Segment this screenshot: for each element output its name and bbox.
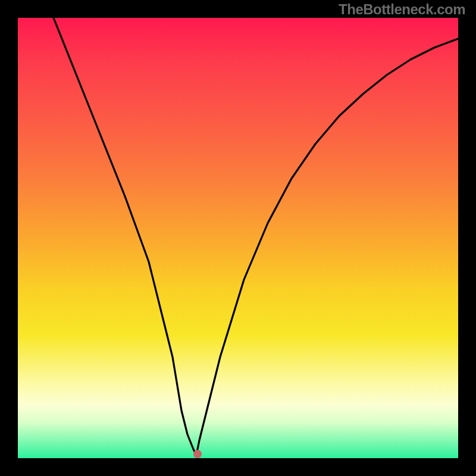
watermark-text: TheBottleneck.com (339, 1, 465, 18)
minimum-marker (193, 450, 202, 458)
chart-plot-area (18, 18, 458, 458)
bottleneck-curve-path (54, 18, 458, 455)
chart-svg (18, 18, 458, 458)
